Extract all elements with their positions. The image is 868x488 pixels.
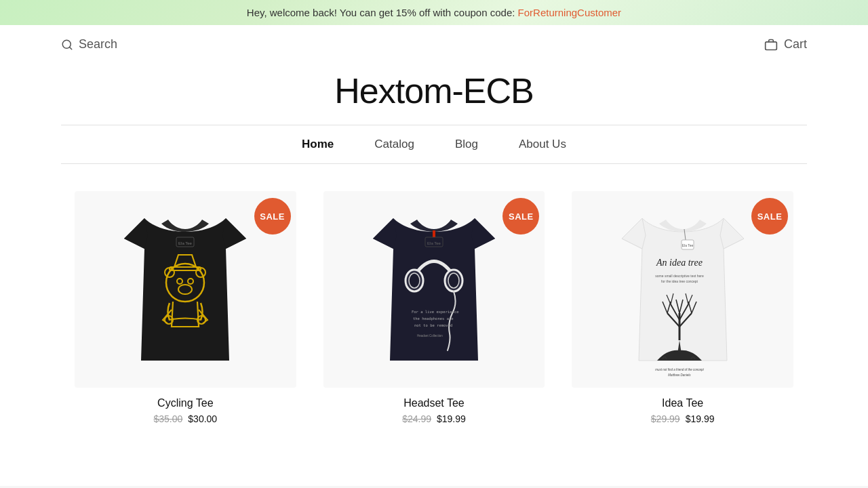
cycling-tee-svg: Ela Tee bbox=[111, 198, 260, 381]
price-sale-1: $30.00 bbox=[188, 413, 217, 424]
svg-text:for the idea tree concept: for the idea tree concept bbox=[661, 279, 698, 283]
nav-blog[interactable]: Blog bbox=[455, 138, 478, 151]
svg-text:not to be removed: not to be removed bbox=[414, 323, 452, 327]
product-card-2[interactable]: SALE bbox=[310, 184, 559, 435]
products-grid: SALE bbox=[0, 164, 868, 449]
site-title-container: Hextom-ECB bbox=[0, 64, 868, 125]
price-original-1: $35.00 bbox=[154, 413, 183, 424]
svg-rect-2 bbox=[766, 41, 777, 49]
sale-badge-1: SALE bbox=[254, 198, 291, 235]
headset-tee-svg: For a live experience the headphones are… bbox=[359, 198, 509, 381]
product-name-3: Idea Tee bbox=[572, 397, 793, 409]
sale-badge-3: SALE bbox=[751, 198, 788, 235]
cart-label: Cart bbox=[784, 37, 807, 52]
svg-text:Ela Tee: Ela Tee bbox=[178, 241, 193, 245]
promo-banner: Hey, welcome back! You can get 15% off w… bbox=[0, 0, 868, 25]
svg-rect-14 bbox=[433, 230, 435, 237]
svg-text:the headphones are: the headphones are bbox=[413, 317, 454, 321]
product-pricing-1: $35.00 $30.00 bbox=[75, 413, 296, 424]
svg-text:For a live experience: For a live experience bbox=[412, 310, 459, 314]
price-sale-2: $19.99 bbox=[437, 413, 466, 424]
svg-text:Ela Tee: Ela Tee bbox=[427, 241, 441, 245]
main-nav: Home Catalog Blog About Us bbox=[0, 125, 868, 163]
search-icon bbox=[61, 39, 73, 51]
svg-text:some small descriptive text he: some small descriptive text here bbox=[655, 274, 704, 278]
svg-point-16 bbox=[409, 273, 420, 288]
main-container: Search Cart Hextom-ECB Home Catalog Blog… bbox=[0, 25, 868, 486]
price-original-2: $24.99 bbox=[402, 413, 431, 424]
svg-text:Headset Collection: Headset Collection bbox=[417, 334, 443, 338]
coupon-code: ForReturningCustomer bbox=[518, 7, 622, 18]
svg-text:An idea tree: An idea tree bbox=[656, 258, 703, 268]
svg-point-18 bbox=[448, 273, 459, 288]
sale-badge-2: SALE bbox=[502, 198, 539, 235]
svg-text:Matthew Daniels: Matthew Daniels bbox=[668, 373, 691, 377]
cart-icon bbox=[764, 38, 778, 52]
price-original-3: $29.99 bbox=[651, 413, 680, 424]
nav-about-us[interactable]: About Us bbox=[519, 138, 566, 151]
product-pricing-3: $29.99 $19.99 bbox=[572, 413, 793, 424]
product-card-3[interactable]: SALE Ela Tee An i bbox=[558, 184, 807, 435]
search-area[interactable]: Search bbox=[61, 37, 117, 52]
product-card-1[interactable]: SALE bbox=[61, 184, 310, 435]
price-sale-3: $19.99 bbox=[686, 413, 715, 424]
product-name-2: Headset Tee bbox=[323, 397, 545, 409]
header: Search Cart bbox=[0, 25, 868, 64]
nav-home[interactable]: Home bbox=[302, 138, 334, 151]
svg-line-1 bbox=[69, 47, 71, 49]
site-title: Hextom-ECB bbox=[0, 70, 868, 111]
nav-catalog[interactable]: Catalog bbox=[374, 138, 414, 151]
idea-tee-svg: Ela Tee An idea tree some small descript… bbox=[608, 198, 757, 381]
product-name-1: Cycling Tee bbox=[75, 397, 296, 409]
banner-message: Hey, welcome back! You can get 15% off w… bbox=[247, 7, 518, 18]
svg-text:must not find a friend of the : must not find a friend of the concept bbox=[655, 368, 704, 371]
search-label: Search bbox=[79, 37, 117, 52]
cart-area[interactable]: Cart bbox=[764, 37, 807, 52]
product-pricing-2: $24.99 $19.99 bbox=[323, 413, 545, 424]
svg-text:Ela Tee: Ela Tee bbox=[682, 243, 693, 247]
